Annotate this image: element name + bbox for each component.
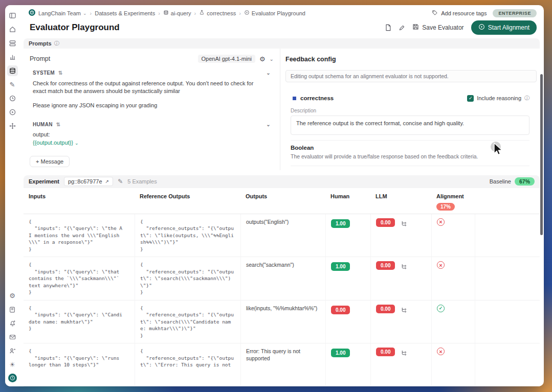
deployments-move-icon[interactable] [7,121,18,131]
info-icon[interactable]: ⓘ [524,95,529,102]
column-header-inputs[interactable]: Inputs [24,188,135,214]
cell-inputs[interactable]: { "inputs": "{\"query\": \"that contains… [24,257,135,301]
system-message-text[interactable]: Check for correctness of the output agai… [33,80,268,95]
experiment-edit-icon[interactable]: ✎ [118,178,123,185]
save-evaluator-button[interactable]: Save Evaluator [412,24,463,32]
edit-pen-icon[interactable] [399,25,405,31]
history-clock-icon[interactable] [7,93,18,104]
projects-icon[interactable] [7,38,18,49]
breadcrumb-separator: › [194,10,196,16]
breadcrumb-evaluator[interactable]: correctness [199,10,236,16]
description-input[interactable]: The reference output is the correct form… [291,116,529,135]
start-alignment-button[interactable]: Start Alignment [471,20,537,35]
cell-outputs[interactable]: outputs("English") [240,214,325,258]
column-header-llm[interactable]: LLM [370,188,431,214]
cell-alignment [431,257,475,301]
breadcrumb-bar: LangChain Team⌄ › Datasets & Experiments… [24,5,540,19]
cell-alignment [431,214,475,258]
invite-user-icon[interactable] [7,345,18,356]
add-message-button[interactable]: + Message [30,156,70,167]
system-message-header[interactable]: SYSTEM ⇅ ⌄ [33,68,271,77]
cell-outputs[interactable]: like(inputs, "%%mukhtar%%") [240,301,325,344]
cell-inputs[interactable]: { "inputs": "{\"query\": \"Candi date na… [24,301,135,344]
chevron-down-icon[interactable]: ⌄ [266,70,271,76]
playground-icon[interactable] [7,107,18,118]
reorder-handle-icon[interactable]: ⇅ [56,122,61,127]
include-reasoning-toggle[interactable]: ✓ Include reasoning ⓘ [467,95,529,102]
chevron-down-icon[interactable]: ⌄ [270,56,274,62]
cell-human-score[interactable]: 0.00 [325,301,370,344]
user-avatar[interactable] [8,374,17,382]
baseline: Baseline 67% [490,177,535,186]
left-icon-sidebar: ✎ ⚙ ☀ [5,5,19,386]
scrollbar-thumb[interactable] [540,74,543,235]
trace-tree-icon[interactable] [401,306,407,315]
column-header-reference-outputs[interactable]: Reference Outputs [135,188,240,214]
cell-reference-outputs[interactable]: { "reference_outputs": "{\"outpu t\": \"… [135,214,240,258]
home-icon[interactable] [7,24,18,35]
model-selector[interactable]: OpenAI gpt-4.1-mini [198,55,255,63]
trace-tree-icon[interactable] [401,349,407,358]
column-header-alignment[interactable]: Alignment17% [431,188,475,214]
feedback-key: correctness [293,95,334,101]
output-label[interactable]: output: [33,130,271,139]
chevron-down-icon[interactable]: ⌄ [266,122,271,127]
sidebar-collapse-icon[interactable] [7,10,18,21]
cell-reference-outputs[interactable]: { "reference_outputs": "{\"outpu t\": \"… [135,343,240,386]
cell-llm-score[interactable]: 0.00 [370,343,431,386]
cell-reference-outputs[interactable]: { "reference_outputs": "{\"outpu t\": \"… [135,257,240,301]
page-title: Evaluator Playground [30,22,120,33]
column-header-human[interactable]: Human [325,188,370,214]
breadcrumb-dataset[interactable]: ai-query [163,10,191,16]
mail-icon[interactable] [7,332,18,342]
cell-human-score[interactable]: 1.00 [325,257,370,301]
prompts-section-title: Prompts [29,40,52,47]
cell-outputs[interactable]: Error: This query is not supported [240,343,325,386]
examples-count: 5 Examples [127,178,157,185]
cell-llm-score[interactable]: 0.00 [370,301,431,344]
output-template-variable[interactable]: {{output.output}} ⌄ [33,140,271,146]
system-message-text[interactable]: Please ignore any JSON escaping in your … [33,102,268,109]
cell-inputs[interactable]: { "inputs": "{\"query\": \"the A I menti… [24,214,135,258]
reorder-handle-icon[interactable]: ⇅ [58,70,63,76]
breadcrumb-separator: › [158,10,160,16]
datasets-icon[interactable] [7,65,18,76]
breadcrumb-playground[interactable]: Evaluator Playground [244,10,305,16]
view-code-file-icon[interactable] [385,24,391,31]
cell-llm-score[interactable]: 0.00 [370,257,431,301]
cell-llm-score[interactable]: 0.00 [370,214,431,258]
add-resource-tags-button[interactable]: Add resource tags [432,10,487,17]
cell-inputs[interactable]: { "inputs": "{\"query\": \"runs longer t… [24,343,135,386]
notifications-bell-icon[interactable] [7,318,18,329]
experiment-label: Experiment [29,178,59,185]
cell-alignment [431,343,475,386]
title-actions: Save Evaluator Start Alignment [385,20,537,35]
docs-icon[interactable] [7,304,18,315]
trace-tree-icon[interactable] [401,263,407,272]
prompt-and-feedback-panels: Prompt OpenAI gpt-4.1-mini ⚙ ⌄ SYSTEM ⇅ … [24,49,540,170]
human-message-header[interactable]: HUMAN ⇅ ⌄ [33,120,271,129]
alignment-status-icon [437,261,445,269]
cell-human-score[interactable]: 1.00 [325,214,370,258]
main-content: LangChain Team⌄ › Datasets & Experiments… [19,5,544,386]
cell-human-score[interactable]: 1.00 [325,343,370,386]
title-row: Evaluator Playground Save Evaluator Star… [24,19,540,36]
cell-reference-outputs[interactable]: { "reference_outputs": "{\"outpu t\": \"… [135,301,240,344]
settings-gear-icon[interactable]: ⚙ [7,290,18,301]
experiment-id-chip[interactable]: pg::8c67977e↗ [64,177,113,186]
model-settings-gear-icon[interactable]: ⚙ [259,55,266,63]
breadcrumb-datasets[interactable]: Datasets & Experiments [95,10,155,16]
cell-outputs[interactable]: search("sackmann") [240,257,325,301]
checkbox-checked-icon[interactable]: ✓ [467,95,474,102]
prompt-messages[interactable]: SYSTEM ⇅ ⌄ Check for correctness of the … [30,68,274,152]
theme-sun-icon[interactable]: ☀ [7,359,18,370]
breadcrumb-separator: › [239,10,241,16]
dashboards-icon[interactable] [7,52,18,62]
chevron-down-icon: ⌄ [83,11,87,16]
breadcrumb-team[interactable]: LangChain Team⌄ [38,10,87,16]
trace-tree-icon[interactable] [401,220,407,229]
annotation-pencil-icon[interactable]: ✎ [7,79,18,90]
info-icon[interactable]: ⓘ [54,40,59,47]
human-label: HUMAN [33,122,53,127]
column-header-outputs[interactable]: Outputs [240,188,325,214]
